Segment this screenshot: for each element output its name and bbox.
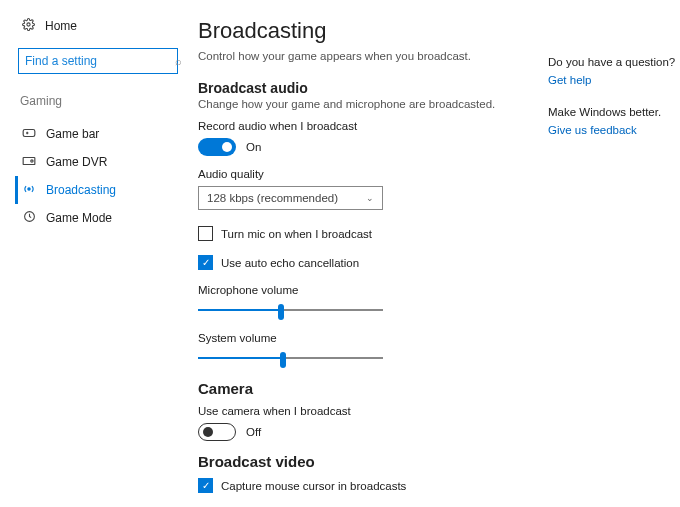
dropdown-value: 128 kbps (recommended) [207, 192, 338, 204]
svg-point-0 [27, 23, 30, 26]
question-text: Do you have a question? [548, 56, 678, 68]
audio-quality-label: Audio quality [198, 168, 528, 180]
record-audio-label: Record audio when I broadcast [198, 120, 528, 132]
svg-rect-1 [23, 130, 35, 137]
dvr-icon [22, 155, 36, 169]
camera-heading: Camera [198, 380, 528, 397]
mic-volume-label: Microphone volume [198, 284, 528, 296]
sidebar-item-game-dvr[interactable]: Game DVR [15, 148, 198, 176]
sidebar-item-game-bar[interactable]: Game bar [15, 120, 198, 148]
search-box[interactable]: ⌕ [18, 48, 178, 74]
sidebar-item-label: Game DVR [46, 155, 107, 169]
feedback-link[interactable]: Give us feedback [548, 124, 678, 136]
echo-cancel-checkbox[interactable]: ✓ [198, 255, 213, 270]
record-audio-toggle[interactable] [198, 138, 236, 156]
echo-cancel-label: Use auto echo cancellation [221, 257, 359, 269]
get-help-link[interactable]: Get help [548, 74, 678, 86]
search-icon: ⌕ [175, 55, 182, 67]
camera-label: Use camera when I broadcast [198, 405, 528, 417]
record-audio-state: On [246, 141, 261, 153]
sidebar-item-game-mode[interactable]: Game Mode [15, 204, 198, 232]
svg-point-6 [28, 187, 30, 189]
search-input[interactable] [25, 54, 175, 68]
page-title: Broadcasting [198, 18, 528, 44]
game-mode-icon [22, 210, 36, 226]
system-volume-slider[interactable] [198, 350, 383, 366]
game-bar-icon [22, 127, 36, 141]
sidebar-item-label: Game Mode [46, 211, 112, 225]
sidebar-item-label: Broadcasting [46, 183, 116, 197]
home-nav[interactable]: Home [18, 18, 198, 34]
broadcast-video-heading: Broadcast video [198, 453, 528, 470]
audio-quality-dropdown[interactable]: 128 kbps (recommended) ⌄ [198, 186, 383, 210]
category-label: Gaming [18, 94, 198, 108]
turn-mic-label: Turn mic on when I broadcast [221, 228, 372, 240]
turn-mic-checkbox[interactable] [198, 226, 213, 241]
sidebar-item-label: Game bar [46, 127, 99, 141]
sidebar-item-broadcasting[interactable]: Broadcasting [15, 176, 198, 204]
audio-desc: Change how your game and microphone are … [198, 98, 528, 110]
capture-cursor-label: Capture mouse cursor in broadcasts [221, 480, 406, 492]
capture-cursor-checkbox[interactable]: ✓ [198, 478, 213, 493]
home-label: Home [45, 19, 77, 33]
gear-icon [22, 18, 35, 34]
camera-state: Off [246, 426, 261, 438]
mic-volume-slider[interactable] [198, 302, 383, 318]
feedback-intro: Make Windows better. [548, 106, 678, 118]
camera-toggle[interactable] [198, 423, 236, 441]
page-subtitle: Control how your game appears when you b… [198, 50, 528, 62]
chevron-down-icon: ⌄ [366, 193, 374, 203]
system-volume-label: System volume [198, 332, 528, 344]
broadcast-icon [22, 182, 36, 199]
svg-point-5 [31, 160, 33, 162]
broadcast-audio-heading: Broadcast audio [198, 80, 528, 96]
